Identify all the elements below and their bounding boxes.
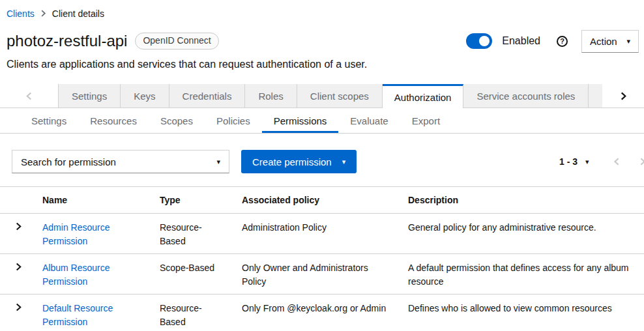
permission-description: Defines who is allowed to view common re… (398, 295, 644, 331)
permissions-table: Name Type Associated policy Description … (0, 186, 644, 331)
subtab-settings[interactable]: Settings (20, 108, 78, 133)
subtab-resources[interactable]: Resources (78, 108, 149, 133)
chevron-left-icon (613, 158, 620, 166)
enabled-label: Enabled (502, 35, 540, 47)
name-column-header: Name (32, 187, 149, 214)
permission-policy: Administration Policy (231, 214, 398, 254)
tab-permissions-truncated[interactable]: Permissions (589, 84, 602, 108)
main-tabs: Settings Keys Credentials Roles Client s… (0, 84, 644, 108)
page-header: photoz-restful-api OpenID Connect Enable… (0, 29, 644, 70)
action-dropdown-label: Action (590, 36, 617, 47)
permission-description: General policy for any administrative re… (398, 214, 644, 254)
expand-row-button[interactable] (15, 303, 22, 311)
tab-client-scopes[interactable]: Client scopes (297, 84, 383, 108)
table-row: Admin Resource Permission Resource-Based… (0, 214, 644, 254)
subtab-scopes[interactable]: Scopes (149, 108, 205, 133)
chevron-right-icon (15, 303, 22, 311)
page-title: photoz-restful-api (7, 32, 127, 50)
caret-down-icon: ▾ (626, 38, 630, 45)
tab-authorization[interactable]: Authorization (383, 84, 464, 108)
permission-type: Resource-Based (149, 214, 231, 254)
caret-down-icon: ▾ (342, 158, 346, 166)
permission-type: Scope-Based (149, 254, 231, 295)
tabs-scroll-right-button[interactable] (620, 92, 627, 100)
permissions-toolbar: Search for permission ▾ Create permissio… (0, 134, 644, 186)
chevron-left-icon (25, 92, 33, 100)
breadcrumb-current: Client details (52, 8, 104, 19)
search-permission-label: Search for permission (21, 156, 116, 167)
subtab-evaluate[interactable]: Evaluate (338, 108, 400, 133)
action-dropdown[interactable]: Action ▾ (581, 30, 639, 53)
tab-credentials[interactable]: Credentials (169, 84, 246, 108)
chevron-right-icon (15, 222, 22, 231)
subtab-permissions[interactable]: Permissions (262, 108, 339, 133)
search-permission-dropdown[interactable]: Search for permission ▾ (12, 150, 229, 173)
tab-settings[interactable]: Settings (58, 84, 121, 108)
tab-roles[interactable]: Roles (245, 84, 297, 108)
authorization-subtabs: Settings Resources Scopes Policies Permi… (0, 108, 644, 134)
create-permission-button[interactable]: Create permission ▾ (241, 150, 357, 173)
toggle-knob (479, 36, 490, 46)
chevron-right-icon (639, 158, 644, 166)
expand-row-button[interactable] (15, 263, 22, 271)
tabs-scroll-left-button[interactable] (0, 84, 58, 108)
permission-type: Resource-Based (149, 295, 231, 331)
permission-policy: Only Owner and Administrators Policy (231, 254, 398, 295)
caret-down-icon: ▾ (216, 158, 220, 166)
subtab-export[interactable]: Export (400, 108, 452, 133)
expand-column-header (0, 187, 32, 214)
permission-description: A default permission that defines access… (398, 254, 644, 295)
pagination: 1 - 3 ▾ (559, 150, 644, 173)
enabled-toggle[interactable] (466, 33, 492, 49)
permission-name-link[interactable]: Admin Resource Permission (42, 222, 110, 246)
policy-column-header: Associated policy (231, 187, 398, 214)
permission-policy: Only From @keycloak.org or Admin (231, 295, 398, 331)
pagination-prev-button[interactable] (613, 158, 620, 166)
chevron-right-icon (15, 263, 22, 271)
pagination-menu-caret-icon[interactable]: ▾ (585, 158, 589, 166)
permission-name-link[interactable]: Album Resource Permission (42, 263, 110, 287)
tab-keys[interactable]: Keys (121, 84, 169, 108)
tab-service-accounts-roles[interactable]: Service accounts roles (463, 84, 589, 108)
protocol-badge: OpenID Connect (135, 33, 218, 49)
pagination-range: 1 - 3 (559, 156, 578, 167)
chevron-right-icon (620, 92, 627, 100)
table-row: Default Resource Permission Resource-Bas… (0, 295, 644, 331)
table-header-row: Name Type Associated policy Description (0, 187, 644, 214)
help-icon[interactable]: ? (557, 36, 568, 47)
description-column-header: Description (398, 187, 644, 214)
type-column-header: Type (149, 187, 231, 214)
page-subtitle: Clients are applications and services th… (7, 59, 639, 70)
subtab-policies[interactable]: Policies (205, 108, 262, 133)
permission-name-link[interactable]: Default Resource Permission (42, 303, 113, 327)
pagination-next-button[interactable] (639, 158, 644, 166)
create-permission-label: Create permission (252, 156, 332, 167)
breadcrumb-clients-link[interactable]: Clients (7, 8, 35, 19)
expand-row-button[interactable] (15, 222, 22, 231)
table-row: Album Resource Permission Scope-Based On… (0, 254, 644, 295)
breadcrumb: Clients Client details (0, 0, 644, 20)
chevron-right-icon (40, 10, 46, 17)
